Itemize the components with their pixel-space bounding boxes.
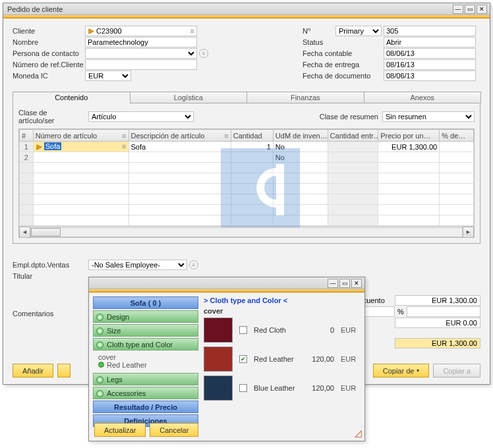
swatch-name: Red Leather: [254, 355, 301, 363]
table-row[interactable]: 2No: [20, 152, 474, 163]
col-delivered[interactable]: Cantidad entr…: [328, 130, 378, 142]
close-icon[interactable]: ✕: [477, 5, 487, 14]
swatch-price: 120,00: [308, 384, 334, 392]
persona-detail-icon[interactable]: ≡: [199, 49, 208, 58]
swatch-checkbox[interactable]: ✔: [239, 355, 247, 363]
field-persona[interactable]: [85, 48, 197, 59]
cfg-item-design[interactable]: Design: [93, 310, 198, 323]
cfg-head-sofa[interactable]: Sofa ( 0 ): [93, 296, 198, 309]
label-comentarios: Comentarios: [13, 310, 88, 318]
cfg-titlebar[interactable]: — ▭ ✕: [89, 277, 364, 289]
value-tax: EUR 0.00: [395, 318, 480, 328]
link-arrow-icon[interactable]: [88, 28, 95, 35]
col-uom[interactable]: UdM de inven…: [273, 130, 328, 142]
swatch-row[interactable]: Red Cloth0EUR: [204, 318, 361, 343]
label-cliente: Cliente: [13, 27, 85, 35]
ok-icon: [96, 314, 103, 321]
swatch-icon: [204, 347, 233, 372]
swatch-checkbox[interactable]: [239, 384, 247, 392]
col-disc[interactable]: % de…: [440, 130, 474, 142]
swatch-currency: EUR: [341, 326, 356, 334]
minimize-icon[interactable]: —: [453, 5, 463, 14]
copy-from-button[interactable]: Copiar de▾: [373, 364, 430, 378]
swatch-row[interactable]: ✔Red Leather120,00EUR: [204, 347, 361, 372]
field-status: Abrir: [384, 37, 476, 47]
tab-logistica[interactable]: Logística: [130, 92, 248, 103]
tab-strip: Contenido Logística Finanzas Anexos: [13, 92, 480, 103]
label-moneda: Moneda IC: [13, 72, 85, 80]
window-title: Pedido de cliente: [6, 5, 453, 13]
label-clase-articulo: Clase de artículo/ser: [18, 109, 84, 125]
cfg-item-size[interactable]: Size: [93, 324, 198, 337]
copy-to-button[interactable]: Copiar a: [433, 364, 480, 378]
scroll-right-icon[interactable]: ►: [463, 227, 474, 238]
col-desc[interactable]: Descripción de artículo ≡: [129, 130, 231, 142]
value-status: Abrir: [386, 38, 401, 46]
value-total-antes: EUR 1,300.00: [395, 295, 480, 306]
cfg-item-accessories[interactable]: Accessories: [93, 387, 198, 399]
cfg-maximize-icon[interactable]: ▭: [339, 279, 350, 288]
label-fecha-entrega: Fecha de entrega: [303, 61, 384, 69]
value-total: EUR 1,300.00: [395, 338, 480, 349]
cfg-item-legs[interactable]: Legs: [93, 373, 198, 385]
configurator-window: — ▭ ✕ Sofa ( 0 ) Design Size Cloth type …: [88, 277, 365, 441]
titlebar[interactable]: Pedido de cliente — ▭ ✕: [3, 3, 490, 15]
cfg-item-cloth[interactable]: Cloth type and Color: [93, 338, 198, 350]
svg-marker-0: [89, 28, 94, 33]
tab-anexos[interactable]: Anexos: [364, 92, 482, 103]
field-nombre[interactable]: Parametechnology: [85, 37, 197, 47]
label-fecha-contable: Fecha contable: [303, 49, 384, 57]
label-no: Nº: [303, 27, 335, 35]
col-qty[interactable]: Cantidad: [231, 130, 273, 142]
value-fecha-doc: 08/06/13: [386, 72, 415, 80]
grid-h-scrollbar[interactable]: ◄ ►: [19, 226, 474, 237]
value-fecha-contable: 08/06/13: [386, 49, 415, 57]
field-clase-articulo[interactable]: Artículo: [88, 111, 194, 122]
field-no[interactable]: 305: [384, 26, 476, 36]
link-arrow-icon[interactable]: [36, 144, 43, 151]
field-numref[interactable]: [85, 59, 197, 70]
label-clase-resumen: Clase de resumen: [320, 113, 378, 121]
col-price[interactable]: Precio por un…: [378, 130, 440, 142]
tab-finanzas[interactable]: Finanzas: [246, 92, 364, 103]
cfg-cancel-button[interactable]: Cancelar: [150, 423, 198, 437]
field-moneda[interactable]: EUR: [85, 70, 131, 81]
field-empl-ventas[interactable]: -No Sales Employee-: [88, 260, 187, 270]
tab-contenido[interactable]: Contenido: [13, 92, 130, 103]
field-fecha-doc[interactable]: 08/06/13: [384, 70, 476, 81]
swatch-row[interactable]: Blue Leather120,00EUR: [204, 376, 361, 401]
cfg-sub-label: cover: [98, 353, 196, 361]
swatch-name: Blue Leather: [254, 384, 301, 392]
col-hash[interactable]: #: [20, 130, 34, 142]
swatch-price: 120,00: [308, 355, 334, 363]
col-item[interactable]: Número de artículo ≡: [33, 130, 129, 142]
resize-grip-icon[interactable]: ◿: [355, 428, 362, 438]
empl-detail-icon[interactable]: ≡: [189, 260, 198, 269]
cfg-update-button[interactable]: Actualizar: [94, 423, 146, 437]
field-clase-resumen[interactable]: Sin resumen: [382, 111, 475, 122]
scroll-thumb[interactable]: [31, 228, 61, 237]
add-aux-button[interactable]: [57, 364, 71, 378]
ok-icon: [96, 327, 103, 335]
add-button[interactable]: Añadir: [13, 364, 53, 378]
maximize-icon[interactable]: ▭: [465, 5, 475, 14]
table-row[interactable]: 1Sofa≡Sofa1NoEUR 1,300.00: [20, 142, 474, 152]
field-fecha-entrega[interactable]: 08/16/13: [384, 59, 476, 70]
field-cliente[interactable]: C23900 ≡: [85, 26, 197, 36]
label-status: Status: [303, 38, 384, 46]
label-titular: Titular: [13, 272, 88, 280]
swatch-currency: EUR: [341, 384, 356, 392]
swatch-checkbox[interactable]: [239, 326, 247, 334]
ok-icon: [96, 390, 103, 397]
label-fecha-doc: Fecha de documento: [303, 72, 384, 80]
cfg-result[interactable]: Resultado / Precio: [93, 401, 198, 413]
ok-icon: [96, 341, 103, 349]
scroll-left-icon[interactable]: ◄: [19, 227, 30, 238]
cfg-close-icon[interactable]: ✕: [351, 279, 362, 288]
field-no-type[interactable]: Primary: [335, 26, 382, 36]
value-no: 305: [386, 27, 398, 35]
cfg-minimize-icon[interactable]: —: [328, 279, 338, 288]
field-discount-amt[interactable]: [407, 306, 480, 317]
field-fecha-contable[interactable]: 08/06/13: [384, 48, 476, 59]
line-items-grid[interactable]: # Número de artículo ≡ Descripción de ar…: [18, 128, 475, 238]
